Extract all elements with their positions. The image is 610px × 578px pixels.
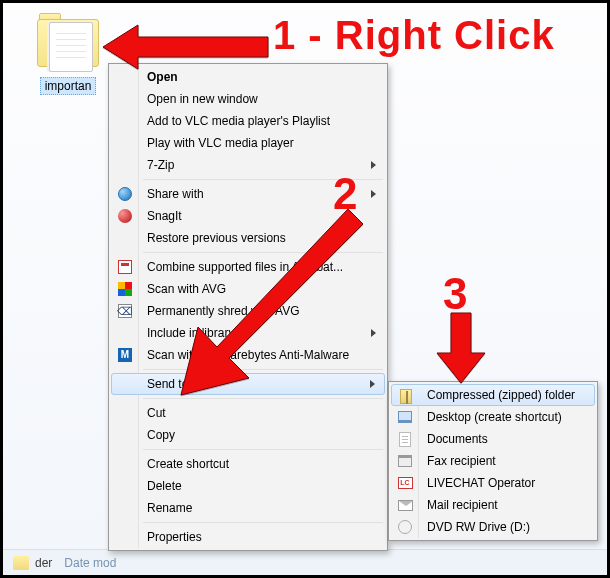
folder-item[interactable]: importan: [28, 13, 108, 95]
menu-item-open[interactable]: Open: [111, 66, 385, 88]
explorer-window: importan der Date mod Open Open in new w…: [3, 3, 607, 575]
zip-icon: [398, 388, 414, 404]
submenu-item-documents[interactable]: Documents: [391, 428, 595, 450]
menu-item-create-shortcut[interactable]: Create shortcut: [111, 453, 385, 475]
chevron-right-icon: [371, 183, 377, 205]
status-bar: der Date mod: [3, 549, 607, 575]
fax-icon: [397, 453, 413, 469]
separator: [143, 449, 383, 450]
livechat-icon: LC: [397, 475, 413, 491]
send-to-submenu: Compressed (zipped) folder Desktop (crea…: [388, 381, 598, 541]
menu-item-vlc-play[interactable]: Play with VLC media player: [111, 132, 385, 154]
menu-item-cut[interactable]: Cut: [111, 402, 385, 424]
separator: [143, 522, 383, 523]
menu-item-include-library[interactable]: Include in library: [111, 322, 385, 344]
shred-icon: ⌫: [117, 303, 133, 319]
submenu-item-compressed-folder[interactable]: Compressed (zipped) folder: [391, 384, 595, 406]
menu-item-delete[interactable]: Delete: [111, 475, 385, 497]
menu-item-share-with[interactable]: Share with: [111, 183, 385, 205]
folder-label: importan: [40, 77, 97, 95]
chevron-right-icon: [371, 322, 377, 344]
malwarebytes-icon: M: [117, 347, 133, 363]
document-icon: [397, 431, 413, 447]
submenu-item-livechat[interactable]: LCLIVECHAT Operator: [391, 472, 595, 494]
submenu-item-desktop-shortcut[interactable]: Desktop (create shortcut): [391, 406, 595, 428]
folder-icon: [13, 556, 29, 570]
menu-item-7zip[interactable]: 7-Zip: [111, 154, 385, 176]
globe-icon: [117, 186, 133, 202]
folder-icon: [33, 13, 103, 73]
separator: [143, 398, 383, 399]
menu-item-properties[interactable]: Properties: [111, 526, 385, 548]
separator: [143, 252, 383, 253]
acrobat-icon: [117, 259, 133, 275]
svg-marker-2: [437, 313, 485, 383]
snagit-icon: [117, 208, 133, 224]
menu-item-vlc-add[interactable]: Add to VLC media player's Playlist: [111, 110, 385, 132]
menu-item-open-new-window[interactable]: Open in new window: [111, 88, 385, 110]
callout-3: 3: [443, 269, 467, 319]
separator: [143, 369, 383, 370]
menu-item-send-to[interactable]: Send to: [111, 373, 385, 395]
submenu-item-mail[interactable]: Mail recipient: [391, 494, 595, 516]
chevron-right-icon: [371, 154, 377, 176]
menu-item-shred-avg[interactable]: ⌫Permanently shred with AVG: [111, 300, 385, 322]
callout-1: 1 - Right Click: [273, 13, 555, 58]
menu-item-restore-previous[interactable]: Restore previous versions: [111, 227, 385, 249]
menu-item-scan-avg[interactable]: Scan with AVG: [111, 278, 385, 300]
menu-item-acrobat-combine[interactable]: Combine supported files in Acrobat...: [111, 256, 385, 278]
menu-item-copy[interactable]: Copy: [111, 424, 385, 446]
disc-icon: [397, 519, 413, 535]
submenu-item-dvd-drive[interactable]: DVD RW Drive (D:): [391, 516, 595, 538]
avg-icon: [117, 281, 133, 297]
mail-icon: [397, 497, 413, 513]
submenu-item-fax[interactable]: Fax recipient: [391, 450, 595, 472]
menu-item-rename[interactable]: Rename: [111, 497, 385, 519]
chevron-right-icon: [370, 374, 376, 394]
status-text-datemod: Date mod: [64, 556, 116, 570]
context-menu: Open Open in new window Add to VLC media…: [108, 63, 388, 551]
desktop-icon: [397, 409, 413, 425]
status-text-der: der: [35, 556, 52, 570]
separator: [143, 179, 383, 180]
menu-item-snagit[interactable]: SnagIt: [111, 205, 385, 227]
menu-item-malwarebytes[interactable]: MScan with Malwarebytes Anti-Malware: [111, 344, 385, 366]
